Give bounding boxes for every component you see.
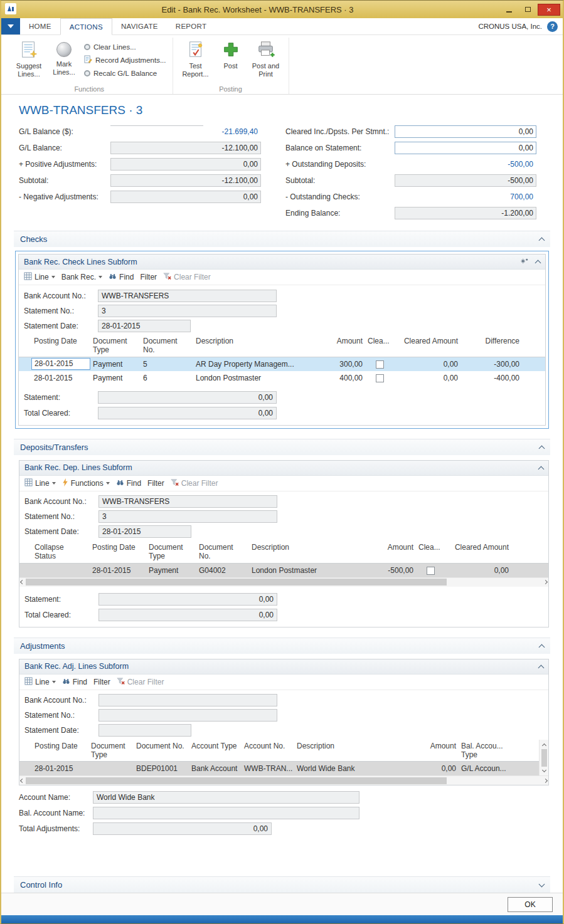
scrollbar-thumb[interactable]: [26, 777, 447, 784]
checks-statement-total-field: 0,00: [98, 391, 277, 404]
clear-lines-button[interactable]: Clear Lines...: [84, 41, 166, 52]
fasttab-deposits[interactable]: Deposits/Transfers: [14, 439, 550, 455]
filter-button[interactable]: Filter: [147, 479, 164, 488]
deposits-total-cleared-field: 0,00: [98, 609, 277, 621]
column-header[interactable]: Posting Date: [32, 742, 88, 760]
column-header[interactable]: Cleared Amount: [394, 337, 460, 355]
filter-button[interactable]: Filter: [93, 678, 110, 686]
tab-actions[interactable]: ACTIONS: [60, 18, 112, 35]
clear-filter-button[interactable]: Clear Filter: [171, 478, 218, 488]
chevron-down-icon: [106, 482, 110, 485]
lightning-icon: [62, 478, 68, 488]
column-header[interactable]: Bal. Accou... Type: [459, 742, 509, 760]
post-and-print-button[interactable]: Post and Print: [248, 39, 284, 79]
suggest-lines-button[interactable]: Suggest Lines...: [11, 39, 46, 79]
field-label: Total Cleared:: [24, 611, 98, 619]
cleared-checkbox[interactable]: [376, 374, 384, 382]
column-header[interactable]: Document Type: [90, 337, 141, 355]
column-header[interactable]: Clea...: [416, 543, 445, 561]
adjustments-toolbar: Line Find Filter Clear Filter: [19, 675, 548, 690]
title-bar[interactable]: Edit - Bank Rec. Worksheet - WWB-TRANSFE…: [1, 1, 563, 18]
scroll-left-arrow[interactable]: [20, 779, 24, 783]
test-report-button[interactable]: Test Report...: [178, 39, 213, 79]
status-bar: [1, 915, 563, 923]
tab-navigate[interactable]: NAVIGATE: [112, 18, 167, 34]
checks-subform-header[interactable]: Bank Rec. Check Lines Subform: [19, 255, 545, 270]
chevron-up-icon: [539, 238, 545, 244]
tab-home[interactable]: HOME: [20, 18, 60, 34]
column-header[interactable]: Clea...: [365, 337, 394, 355]
recalc-gl-balance-button[interactable]: Recalc G/L Balance: [84, 68, 166, 78]
table-row[interactable]: 28-01-2015 Payment G04002 London Postmas…: [19, 564, 548, 577]
column-header[interactable]: Account No.: [242, 742, 294, 760]
adjustments-subform-header[interactable]: Bank Rec. Adj. Lines Subform: [19, 659, 548, 675]
tab-report[interactable]: REPORT: [167, 18, 216, 34]
post-button[interactable]: Post: [213, 39, 248, 71]
scroll-down-arrow[interactable]: [541, 768, 546, 772]
filter-button[interactable]: Filter: [140, 273, 157, 281]
scrollbar-thumb[interactable]: [26, 579, 447, 585]
mark-lines-button[interactable]: Mark Lines...: [46, 39, 82, 77]
table-row[interactable]: 28-01-2015 Payment 5 AR Day Property Man…: [19, 357, 545, 371]
column-header[interactable]: Posting Date: [90, 543, 146, 561]
cleared-checkbox[interactable]: [376, 360, 384, 369]
find-button[interactable]: Find: [109, 272, 134, 282]
customize-icon[interactable]: [520, 257, 529, 267]
column-header[interactable]: Amount: [370, 543, 416, 561]
fasttab-adjustments[interactable]: Adjustments: [14, 638, 550, 654]
scroll-right-arrow[interactable]: [543, 580, 548, 584]
find-button[interactable]: Find: [116, 478, 141, 488]
app-icon[interactable]: [5, 3, 16, 16]
chevron-down-icon: [52, 681, 56, 683]
scroll-left-arrow[interactable]: [20, 580, 24, 584]
column-header[interactable]: Difference: [460, 337, 522, 355]
column-header[interactable]: Posting Date: [31, 337, 90, 355]
maximize-button[interactable]: [519, 4, 536, 16]
column-header[interactable]: Document Type: [88, 742, 134, 760]
divider: [110, 125, 203, 126]
column-header[interactable]: Description: [294, 742, 417, 760]
line-menu[interactable]: Line: [24, 677, 56, 687]
ok-button[interactable]: OK: [508, 897, 553, 912]
record-adjustments-button[interactable]: Record Adjustments...: [84, 55, 166, 65]
chevron-up-icon: [535, 260, 541, 266]
scroll-right-arrow[interactable]: [543, 779, 548, 783]
column-header[interactable]: Document No.: [196, 543, 249, 561]
bank-rec-menu[interactable]: Bank Rec.: [61, 273, 102, 281]
table-row[interactable]: 28-01-2015 Payment 6 London Postmaster 4…: [19, 371, 545, 385]
fasttab-checks[interactable]: Checks: [14, 231, 550, 247]
line-menu[interactable]: Line: [24, 478, 56, 488]
fasttab-control-info[interactable]: Control Info: [14, 876, 550, 893]
mark-lines-icon: [56, 42, 72, 57]
close-button[interactable]: ×: [538, 4, 560, 16]
scrollbar-thumb[interactable]: [541, 749, 547, 767]
find-button[interactable]: Find: [62, 677, 87, 687]
focused-cell[interactable]: 28-01-2015: [31, 358, 90, 370]
deposits-subform-header[interactable]: Bank Rec. Dep. Lines Subform: [19, 461, 548, 476]
column-header[interactable]: Cleared Amount: [445, 543, 511, 561]
cleared-inc-dpsts-input[interactable]: [395, 125, 536, 138]
balance-on-statement-input[interactable]: [395, 142, 536, 154]
clear-filter-button[interactable]: Clear Filter: [163, 272, 211, 282]
help-icon[interactable]: ?: [547, 21, 558, 32]
column-header[interactable]: Collapse Status: [32, 543, 90, 561]
column-header[interactable]: Amount: [417, 742, 459, 760]
minimize-button[interactable]: [500, 4, 518, 16]
checks-statement-no-field: 3: [98, 305, 277, 317]
deposits-statement-total-field: 0,00: [98, 593, 277, 606]
column-header[interactable]: Description: [193, 337, 321, 355]
column-header[interactable]: Document No.: [134, 742, 189, 760]
column-header[interactable]: Document Type: [146, 543, 196, 561]
clear-filter-button[interactable]: Clear Filter: [117, 677, 164, 687]
line-menu[interactable]: Line: [24, 272, 55, 282]
app-menu-button[interactable]: [1, 18, 20, 34]
functions-menu[interactable]: Functions: [62, 478, 110, 488]
table-row[interactable]: 28-01-2015 BDEP01001 Bank Account WWB-TR…: [19, 762, 539, 775]
column-header[interactable]: Description: [249, 543, 370, 561]
column-header[interactable]: Account Type: [189, 742, 242, 760]
adjustments-table-header: Posting Date Document Type Document No. …: [19, 740, 539, 762]
column-header[interactable]: Document No.: [141, 337, 193, 355]
column-header[interactable]: Amount: [321, 337, 365, 355]
scroll-up-arrow[interactable]: [541, 743, 546, 748]
cleared-checkbox[interactable]: [427, 567, 435, 575]
